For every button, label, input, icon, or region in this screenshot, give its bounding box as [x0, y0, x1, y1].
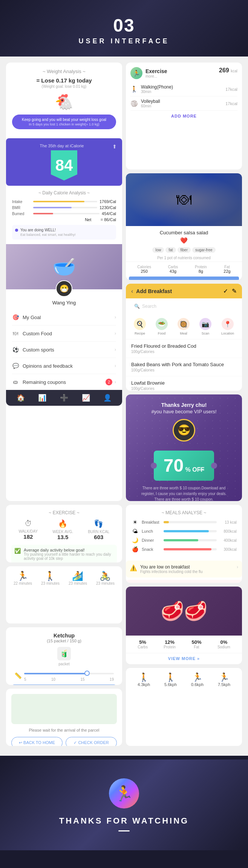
back-arrow-icon[interactable]: ‹	[131, 288, 133, 295]
food-name-3: Lowfat Brownie	[131, 380, 237, 386]
walking-cal: 17kcal	[225, 87, 237, 92]
parcel-grid	[61, 699, 67, 719]
location-icon: 📍	[222, 318, 234, 330]
intake-value: 1769/Cal	[100, 199, 116, 204]
share-icon[interactable]: ⬆	[112, 144, 117, 150]
volleyball-name: Volleyball	[141, 99, 222, 104]
snack-cal: 300kcal	[220, 547, 237, 552]
meal-lunch-row: 🌤 Lunch 800kcal	[131, 528, 237, 534]
food-tags: low fat fiber sugar-free	[126, 246, 242, 254]
add-breakfast-card: ‹ Add Breakfast ✓ ✎ 🔍 Search 🍳 Recipe	[126, 284, 242, 391]
add-more-btn[interactable]: ADD MORE	[130, 111, 237, 121]
mygoal-label: My Goal	[23, 315, 41, 320]
heart-icon[interactable]: ❤️	[126, 237, 242, 244]
calorie-section-title: ~ Daily Calorie Analysis ~	[12, 190, 116, 196]
check-icon[interactable]: ✓	[223, 287, 228, 295]
qty-slider[interactable]	[24, 673, 114, 674]
food-list-item-1[interactable]: Fried Floured or Breaded Cod 100g/Calori…	[126, 339, 242, 358]
intake-track	[33, 201, 97, 202]
meals-analyse-card: ~ MEALS ANALYSE ~ ☀ Breakfast 13 kcal 🌤 …	[126, 505, 242, 583]
profile-img: 🥣 😷	[6, 244, 122, 289]
menu-item-coupons[interactable]: 🎟 Remaining coupons 2 ›	[12, 374, 116, 390]
alert-sub-1: Fights infections including cold the flu	[140, 570, 234, 574]
lunch-track	[164, 530, 217, 532]
stat-burn: 👣 BURN KCAL 603	[88, 519, 109, 540]
view-more-btn[interactable]: VIEW MORE »	[126, 653, 242, 664]
bmr-value: 1230/Cal	[100, 205, 116, 210]
cat-location[interactable]: 📍 Location	[221, 318, 234, 335]
doing-well-text: You are doing WELL!	[20, 228, 76, 232]
fat-macro: Fat 22g	[224, 265, 230, 274]
back-home-btn[interactable]: ↩ BACK TO HOME	[11, 737, 63, 746]
dinner-label: Dinner	[142, 538, 161, 542]
breakfast-title: Add Breakfast	[136, 288, 172, 294]
ketchup-icon-item: 🧃 packet	[57, 647, 71, 666]
bmr-bar-row: BMR 1230/Cal	[12, 205, 116, 210]
meal-dinner-row: 🌙 Dinner 400kcal	[131, 537, 237, 543]
carbs-macro: Carbs 43g	[168, 265, 178, 274]
food-cal-2: 100g/Calories	[131, 368, 237, 372]
walking-name: Walking(Phone)	[141, 84, 222, 90]
avatar-circle: 😷	[56, 280, 72, 297]
edit-icon[interactable]: ✎	[232, 287, 237, 295]
vip-avatar-emoji: 😎	[178, 424, 191, 436]
intake-bar-row: Intake 1769/Cal	[12, 199, 116, 204]
cat-meal[interactable]: 🥘 Meal	[178, 318, 190, 335]
exercise-stats-title: ~ EXERCISE ~	[11, 510, 117, 515]
meat-image: 🥩🥩	[126, 587, 242, 636]
vip-desc-3: There are three worth $ 10 coupon.	[132, 497, 236, 501]
food-list-item-3[interactable]: Lowfat Brownie 100g/Calories	[126, 376, 242, 391]
coupon-percent: 70	[164, 455, 184, 475]
food-tag-2: fat	[165, 247, 176, 253]
menu-item-customsports[interactable]: ⚽ Custom sports ›	[12, 342, 116, 358]
cat-scan[interactable]: 📷 Scan	[199, 318, 211, 335]
menu-item-mygoal[interactable]: 🎯 My Goal ›	[12, 309, 116, 326]
food-list-item-2[interactable]: Baked Beans with Pork and Tomato Sauce 1…	[126, 358, 242, 376]
exercise-title: Exercise	[145, 68, 167, 74]
profile-name: Wang Ying	[6, 300, 122, 309]
calorie-analysis: ~ Daily Calorie Analysis ~ Intake 1769/C…	[6, 186, 122, 244]
cat-food[interactable]: 🥗 Food	[156, 318, 168, 335]
beat-goal-text: Keep going and you will beat your weight…	[17, 118, 112, 122]
alert-title-1: You are low on breakfast	[140, 564, 234, 570]
menu-item-customfood[interactable]: 🍽 Custom Food ›	[12, 326, 116, 342]
check-order-btn[interactable]: ✓ CHECK ORDER	[66, 737, 117, 746]
nav-home-icon[interactable]: 🏠	[17, 394, 25, 402]
breakfast-search[interactable]: 🔍 Search	[129, 301, 239, 311]
customfood-label: Custom Food	[23, 331, 52, 336]
footer-divider	[118, 830, 130, 831]
alert-breakfast-2[interactable]: ❗ You are low on breakfast Fights infect…	[126, 580, 242, 583]
breakfast-cal: 13 kcal	[220, 520, 237, 524]
weight-title: ~ Weight Analysis ~	[12, 69, 116, 74]
cat-recipe[interactable]: 🍳 Recipe	[134, 318, 146, 335]
alert-breakfast-1[interactable]: ⚠️ You are low on breakfast Fights infec…	[126, 561, 242, 578]
stat-week: 🔥 WEEK AVG. 13.5	[52, 519, 73, 540]
add-food-record-btn[interactable]: ADD FOOD RECORD	[129, 277, 239, 280]
people-4: 🏃 7.5kph	[218, 672, 230, 687]
week-stat-value: 13.5	[52, 534, 73, 540]
volleyball-icon: 🏐	[130, 100, 138, 107]
order-bar: 🖥 150 g ✓	[11, 685, 117, 685]
burn-stat-value: 603	[88, 534, 109, 540]
nav-chart-icon[interactable]: 📊	[38, 394, 46, 402]
header: 03 USER INTERFACE	[0, 0, 248, 57]
dinner-icon: 🌙	[131, 537, 139, 543]
coupons-chevron: ›	[115, 379, 116, 385]
ex-type-walk: 🚶 23 minutes	[41, 571, 60, 585]
parcel-card: Please wait for the arrival of the parce…	[6, 689, 122, 746]
people-count-2: 5.6kph	[164, 682, 177, 687]
menu-item-feedback[interactable]: 💬 Opinions and feedback ›	[12, 358, 116, 374]
header-subtitle: USER INTERFACE	[8, 37, 240, 45]
nav-stats-icon[interactable]: 📈	[82, 394, 90, 402]
exercise-subtitle: more...	[145, 74, 167, 78]
doing-well-dot	[15, 229, 18, 232]
people-1: 🚶 4.3kph	[138, 672, 150, 687]
walking-time: 30min	[141, 90, 222, 94]
alert-icon-1: ⚠️	[130, 564, 137, 572]
food-macros: Calories 250 Carbs 43g Protein 8g Fat 22…	[126, 261, 242, 277]
food-plate-icon: 🍽	[176, 191, 191, 208]
lunch-label: Lunch	[142, 529, 161, 533]
nav-add-icon[interactable]: ➕	[60, 394, 68, 402]
nav-profile-icon[interactable]: 👤	[103, 394, 112, 402]
vip-avatar: 😎	[173, 419, 195, 442]
